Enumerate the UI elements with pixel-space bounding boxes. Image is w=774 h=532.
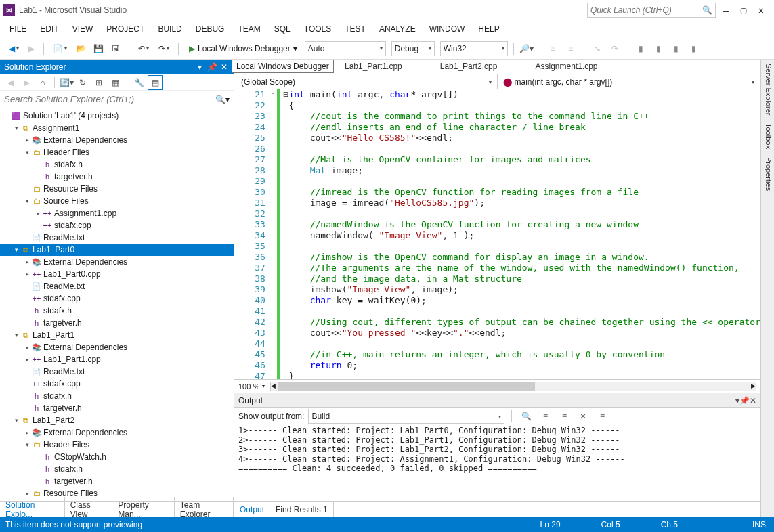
se-refresh-icon[interactable]: ↻ — [75, 75, 90, 90]
start-debugging-button[interactable]: ▶ Local Windows Debugger ▾ — [184, 41, 302, 57]
platform-combo[interactable]: Win32▾ — [440, 41, 508, 56]
tree-item[interactable]: ++stdafx.cpp — [0, 292, 234, 305]
tree-item[interactable]: ▾🗀Header Files — [0, 439, 234, 451]
se-collapse-icon[interactable]: ⊞ — [91, 75, 106, 90]
tree-item[interactable]: ▸++Lab1_Part0.cpp — [0, 268, 234, 280]
scope-combo-left[interactable]: (Global Scope)▾ — [234, 74, 498, 89]
tree-item[interactable]: ▾⧉Lab1_Part2 — [0, 414, 234, 426]
tree-item[interactable]: hstdafx.h — [0, 463, 234, 475]
tree-item[interactable]: 🗀Resource Files — [0, 183, 234, 195]
prev-bookmark-button[interactable]: ▮ — [669, 41, 684, 56]
panel-close-icon[interactable]: ✕ — [219, 62, 230, 72]
new-project-button[interactable]: 📄▾ — [49, 41, 70, 57]
se-preview-icon[interactable]: ▤ — [148, 75, 163, 90]
output-find-icon[interactable]: 🔍 — [519, 409, 534, 424]
clear-bookmarks-button[interactable]: ▮ — [687, 41, 702, 56]
tree-item[interactable]: htargetver.h — [0, 317, 234, 329]
se-sync-icon[interactable]: 🔄▾ — [59, 75, 74, 90]
tree-item[interactable]: ▾🗀Source Files — [0, 195, 234, 207]
output-prev-icon[interactable]: ≡ — [557, 409, 572, 424]
solution-tree[interactable]: 🟪Solution 'Lab1' (4 projects)▾⧉Assignmen… — [0, 108, 234, 501]
se-fwd-icon[interactable]: ▶ — [19, 75, 34, 90]
nav-back-button[interactable]: ◀▾ — [5, 41, 22, 57]
tree-item[interactable]: ▸📚External Dependencies — [0, 426, 234, 439]
build-config-combo[interactable]: Debug▾ — [391, 41, 435, 56]
nav-fwd-button[interactable]: ▶ — [25, 41, 38, 57]
pin-icon[interactable]: 📌 — [207, 62, 217, 72]
editor-tab[interactable]: Lab1_Part2.cpp — [431, 59, 507, 74]
output-source-combo[interactable]: Build▾ — [308, 409, 504, 424]
save-button[interactable]: 💾 — [91, 41, 106, 56]
undo-button[interactable]: ↶▾ — [135, 41, 152, 57]
se-home-icon[interactable]: ⌂ — [35, 75, 50, 90]
quick-launch-box[interactable]: 🔍 — [587, 3, 716, 18]
code-editor[interactable]: 2122232425262728293031323334353637383940… — [234, 89, 760, 379]
menu-build[interactable]: BUILD — [151, 22, 188, 37]
tree-item[interactable]: htargetver.h — [0, 475, 234, 487]
editor-tab[interactable]: Assignment1.cpp — [526, 59, 606, 74]
se-showall-icon[interactable]: ▦ — [108, 75, 123, 90]
tree-item[interactable]: ▸📚External Dependencies — [0, 256, 234, 268]
rail-tab[interactable]: Toolbox — [762, 123, 773, 149]
open-file-button[interactable]: 📂 — [73, 41, 88, 56]
menu-tools[interactable]: TOOLS — [297, 22, 338, 37]
tree-item[interactable]: ▾🗀Header Files — [0, 146, 234, 158]
search-icon[interactable]: 🔍▾ — [215, 95, 230, 104]
menu-help[interactable]: HELP — [471, 22, 506, 37]
save-all-button[interactable]: 🖫 — [108, 41, 123, 56]
tree-item[interactable]: ▸📚External Dependencies — [0, 134, 234, 146]
tree-item[interactable]: hCStopWatch.h — [0, 451, 234, 463]
tree-item[interactable]: hstdafx.h — [0, 390, 234, 402]
panel-dropdown-icon[interactable]: ▾ — [194, 62, 205, 72]
menu-view[interactable]: VIEW — [66, 22, 100, 37]
tree-item[interactable]: htargetver.h — [0, 171, 234, 183]
tree-item[interactable]: 📄ReadMe.txt — [0, 280, 234, 292]
panel-tab[interactable]: Find Results 1 — [270, 502, 334, 517]
horizontal-scrollbar[interactable]: ◀▶ — [270, 382, 756, 391]
menu-edit[interactable]: EDIT — [33, 22, 65, 37]
se-search-input[interactable] — [4, 94, 215, 104]
search-icon[interactable]: 🔍 — [702, 5, 712, 15]
tree-item[interactable]: hstdafx.h — [0, 158, 234, 171]
panel-close-icon[interactable]: ✕ — [750, 396, 756, 405]
tree-item[interactable]: ++stdafx.cpp — [0, 219, 234, 231]
editor-tab[interactable]: Lab1_Part1.cpp — [336, 59, 411, 74]
tree-item[interactable]: ▾⧉Lab1_Part1 — [0, 329, 234, 341]
solution-config-combo[interactable]: Auto▾ — [305, 41, 386, 56]
tree-item[interactable]: ++stdafx.cpp — [0, 378, 234, 390]
rail-tab[interactable]: Server Explorer — [762, 64, 773, 115]
menu-file[interactable]: FILE — [3, 22, 33, 37]
tree-item[interactable]: ▸📚External Dependencies — [0, 341, 234, 353]
menu-project[interactable]: PROJECT — [100, 22, 151, 37]
output-clear-icon[interactable]: ✕ — [576, 409, 590, 424]
menu-analyze[interactable]: ANALYZE — [372, 22, 423, 37]
tree-item[interactable]: ▸++Assignment1.cpp — [0, 207, 234, 219]
pin-icon[interactable]: 📌 — [739, 396, 750, 405]
rail-tab[interactable]: Properties — [762, 157, 773, 191]
tree-item[interactable]: ▾⧉Lab1_Part0 — [0, 244, 234, 256]
redo-button[interactable]: ↷▾ — [155, 41, 173, 57]
menu-debug[interactable]: DEBUG — [189, 22, 232, 37]
menu-test[interactable]: TEST — [338, 22, 372, 37]
zoom-level[interactable]: 100 % — [238, 382, 259, 391]
output-wrap-icon[interactable]: ≡ — [595, 409, 609, 424]
tree-item[interactable]: 🟪Solution 'Lab1' (4 projects) — [0, 110, 234, 122]
se-back-icon[interactable]: ◀ — [3, 75, 18, 90]
tree-item[interactable]: ▸++Lab1_Part1.cpp — [0, 353, 234, 365]
tree-item[interactable]: 📄ReadMe.txt — [0, 365, 234, 378]
tree-item[interactable]: htargetver.h — [0, 402, 234, 414]
output-text[interactable]: 1>------ Clean started: Project: Lab1_Pa… — [234, 424, 760, 501]
tree-item[interactable]: ▾⧉Assignment1 — [0, 122, 234, 134]
scope-combo-right[interactable]: ⬤main(int argc, char * argv[])▾ — [498, 74, 761, 89]
menu-team[interactable]: TEAM — [231, 22, 267, 37]
output-goto-icon[interactable]: ≡ — [538, 409, 553, 424]
tree-item[interactable]: 📄ReadMe.txt — [0, 231, 234, 244]
solution-explorer-search[interactable]: 🔍▾ — [0, 91, 234, 108]
tree-item[interactable]: hstdafx.h — [0, 305, 234, 317]
menu-window[interactable]: WINDOW — [423, 22, 472, 37]
maximize-button[interactable]: ▢ — [739, 5, 748, 15]
menu-sql[interactable]: SQL — [267, 22, 297, 37]
quick-launch-input[interactable] — [590, 5, 702, 15]
next-bookmark-button[interactable]: ▮ — [651, 41, 666, 56]
se-properties-icon[interactable]: 🔧 — [131, 75, 146, 90]
